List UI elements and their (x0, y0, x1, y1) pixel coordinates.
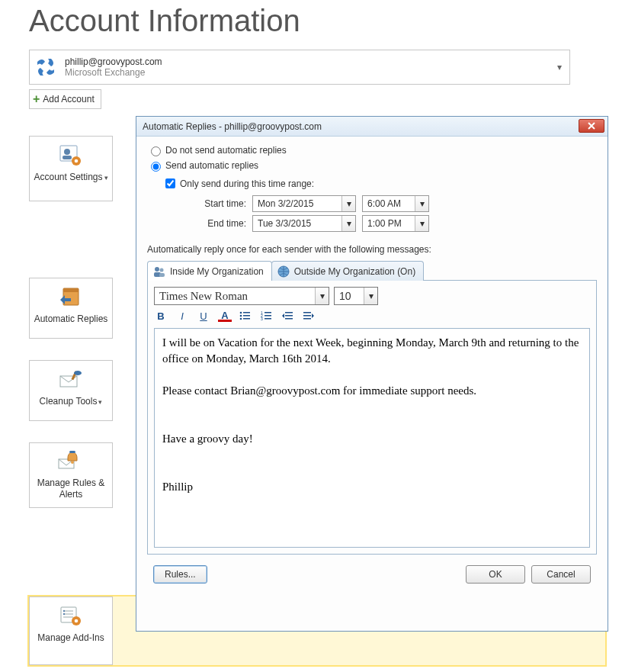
chevron-down-icon: ▾ (364, 288, 377, 304)
end-time-value: 1:00 PM (363, 218, 415, 229)
svg-point-10 (74, 371, 82, 375)
side-label: Cleanup Tools▾ (40, 396, 103, 408)
end-date-value: Tue 3/3/2015 (253, 218, 341, 229)
start-time-label: Start time: (162, 198, 246, 209)
radio-send-input[interactable] (151, 162, 161, 172)
tab-inside-org[interactable]: Inside My Organization (147, 261, 272, 281)
svg-rect-42 (303, 312, 311, 313)
tab-outside-org[interactable]: Outside My Organization (On) (271, 261, 424, 281)
account-selector[interactable]: phillip@groovypost.com Microsoft Exchang… (29, 50, 570, 85)
font-size-value: 10 (335, 290, 364, 302)
font-color-button[interactable]: A (218, 310, 232, 322)
radio-dont-send-input[interactable] (151, 146, 161, 156)
svg-rect-12 (69, 451, 75, 453)
svg-rect-43 (303, 315, 311, 317)
side-label: Account Settings▾ (34, 172, 107, 184)
svg-point-29 (240, 315, 242, 317)
manage-addins-icon (56, 603, 85, 629)
account-settings-icon (56, 143, 85, 169)
end-time-select[interactable]: 1:00 PM ▾ (362, 215, 429, 232)
cancel-button[interactable]: Cancel (531, 565, 591, 584)
svg-point-2 (64, 149, 70, 155)
radio-send-label: Send automatic replies (165, 160, 258, 171)
account-text: phillip@groovypost.com Microsoft Exchang… (65, 56, 162, 79)
only-range-check[interactable]: Only send during this time range: (162, 176, 597, 191)
only-range-label: Only send during this time range: (180, 178, 314, 189)
svg-rect-40 (285, 315, 293, 317)
only-range-checkbox[interactable] (165, 178, 175, 188)
svg-point-22 (155, 267, 159, 272)
sidebar: Account Settings▾ Automatic Replies Clea… (29, 136, 113, 529)
font-family-value: Times New Roman (155, 290, 315, 303)
svg-rect-0 (36, 57, 56, 77)
reply-tabs: Inside My Organization Outside My Organi… (147, 259, 597, 281)
svg-rect-38 (265, 318, 271, 320)
rules-button[interactable]: Rules... (153, 565, 207, 584)
side-label: Manage Add-Ins (37, 632, 104, 645)
chevron-down-icon: ▾ (104, 174, 108, 182)
svg-point-13 (71, 461, 74, 464)
radio-dont-send-label: Do not send automatic replies (165, 145, 287, 156)
svg-rect-34 (265, 312, 271, 313)
tab-inside-label: Inside My Organization (170, 266, 264, 277)
svg-point-31 (240, 318, 242, 320)
svg-point-27 (240, 312, 242, 314)
cleanup-tools-icon (56, 367, 85, 393)
svg-rect-28 (243, 312, 250, 313)
svg-rect-32 (243, 318, 250, 320)
numbered-list-button[interactable]: 123 (261, 311, 274, 320)
chevron-down-icon: ▾ (341, 216, 355, 231)
dialog-titlebar: Automatic Replies - phillip@groovypost.c… (136, 117, 608, 137)
rules-alerts-icon (56, 449, 85, 474)
manage-addins-button[interactable]: Manage Add-Ins (29, 596, 113, 665)
tab-outside-label: Outside My Organization (On) (294, 266, 415, 277)
cleanup-tools-button[interactable]: Cleanup Tools▾ (29, 360, 113, 421)
start-date-select[interactable]: Mon 3/2/2015 ▾ (252, 195, 356, 212)
svg-point-5 (75, 159, 79, 163)
svg-rect-3 (63, 156, 72, 159)
editor-panel: Times New Roman ▾ 10 ▾ B I U A (147, 281, 597, 555)
message-textarea[interactable]: I will be on Vacation for the next Week,… (154, 328, 590, 548)
add-account-button[interactable]: + Add Account (29, 89, 101, 109)
svg-rect-7 (63, 288, 79, 292)
italic-button[interactable]: I (175, 310, 189, 322)
outdent-button[interactable] (282, 311, 296, 320)
bullet-list-button[interactable] (239, 311, 253, 320)
svg-text:3: 3 (261, 317, 263, 320)
start-time-select[interactable]: 6:00 AM ▾ (362, 195, 429, 212)
chevron-down-icon: ▾ (415, 216, 428, 231)
close-button[interactable] (579, 119, 604, 133)
font-size-select[interactable]: 10 ▾ (334, 287, 378, 305)
ok-button[interactable]: OK (466, 565, 525, 584)
close-icon (587, 122, 596, 130)
account-settings-button[interactable]: Account Settings▾ (29, 136, 113, 201)
manage-rules-alerts-button[interactable]: Manage Rules & Alerts (29, 442, 113, 508)
underline-button[interactable]: U (197, 310, 210, 322)
globe-icon (277, 265, 290, 278)
start-date-value: Mon 3/2/2015 (253, 198, 341, 209)
svg-rect-39 (285, 312, 293, 313)
bold-button[interactable]: B (154, 310, 168, 322)
svg-rect-25 (159, 273, 165, 277)
automatic-replies-button[interactable]: Automatic Replies (29, 278, 113, 339)
svg-point-21 (75, 619, 79, 623)
add-account-label: Add Account (43, 94, 94, 104)
svg-point-18 (63, 610, 65, 612)
account-type: Microsoft Exchange (65, 67, 162, 78)
plus-icon: + (33, 93, 40, 105)
chevron-down-icon: ▾ (557, 62, 562, 72)
end-date-select[interactable]: Tue 3/3/2015 ▾ (252, 215, 356, 232)
start-time-value: 6:00 AM (363, 198, 415, 209)
radio-dont-send[interactable]: Do not send automatic replies (147, 144, 597, 156)
indent-button[interactable] (303, 311, 317, 320)
svg-point-23 (160, 268, 164, 272)
end-time-label: End time: (162, 218, 246, 229)
format-toolbar: B I U A 123 (154, 310, 590, 322)
chevron-down-icon: ▾ (341, 196, 355, 211)
radio-send[interactable]: Send automatic replies (147, 159, 597, 172)
exchange-icon (34, 56, 57, 79)
page-title: Account Information (29, 4, 622, 38)
svg-rect-30 (243, 315, 250, 317)
chevron-down-icon: ▾ (98, 398, 102, 406)
font-family-select[interactable]: Times New Roman ▾ (154, 287, 329, 305)
